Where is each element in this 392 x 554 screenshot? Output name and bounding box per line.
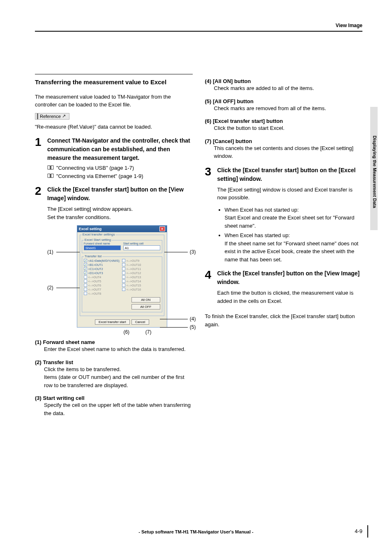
right-column: (4) [All ON] buttonCheck marks are added… [205,74,363,423]
transfer-list-group: Transfer list ✓<A1>Date(M/D/Y,H/M/S)<-->… [82,256,162,312]
checkbox-icon [122,271,125,275]
transfer-item[interactable]: ✓<D1>OUT3 [84,271,122,275]
checkbox-icon: ✓ [84,267,87,270]
page-bar [367,525,368,538]
checkbox-icon [122,288,125,291]
callout-line [56,288,80,288]
step-1-title: Connect TM-Navigator and the controller,… [47,136,193,162]
transfer-item[interactable]: <-->OUT8 [84,291,122,295]
definition-item: (4) [All ON] buttonCheck marks are added… [205,78,363,92]
transfer-item[interactable]: <-->OUT6 [84,283,122,287]
definition-desc: Check marks are added to all of the item… [214,84,363,92]
footer-text: - Setup software TM-H1 TM-Navigator User… [0,529,392,534]
transfer-item[interactable]: <-->OUT16 [122,287,160,291]
definition-desc: This cancels the set contents and closes… [214,144,363,160]
step-4: 4 Click the [Excel transfer] button on t… [205,269,363,286]
step-3-title: Click the [Excel transfer start] button … [217,166,363,183]
transfer-item[interactable]: ✓<B1>OUT1 [84,263,122,267]
excel-transfer-start-button[interactable]: Excel transfer start [95,319,130,325]
header-link[interactable]: View Image [336,23,362,28]
callout-6: (6) [92,329,129,335]
callouts-below: (6) (7) [51,329,193,335]
checkbox-icon: ✓ [84,263,87,266]
transfer-item[interactable]: <-->OUT13 [122,275,160,279]
step-3: 3 Click the [Excel transfer start] butto… [205,166,363,183]
callout-line [160,319,188,319]
step-number: 4 [205,269,217,286]
book-icon [47,165,54,171]
step-3-text: The [Excel setting] window is closed and… [217,186,363,202]
start-cell-input[interactable]: A1 [123,245,160,250]
checkbox-icon [122,259,125,262]
step-number: 3 [205,166,217,183]
reference-box: Reference↗ [35,113,193,120]
definition-desc: Click the button to start Excel. [214,124,363,132]
checkbox-icon [122,263,125,266]
close-icon[interactable]: × [159,226,165,231]
definition-label: (6) [Excel transfer start] button [205,118,363,124]
definition-item: (2) Transfer listClick the items to be t… [35,359,193,390]
side-label: Displaying the Measurement Data [372,136,377,208]
definition-desc: Specify the cell on the upper left of th… [44,401,193,417]
transfer-checklist: ✓<A1>Date(M/D/Y,H/M/S)<-->OUT9✓<B1>OUT1<… [84,259,160,295]
transfer-item[interactable]: <-->OUT4 [84,275,122,279]
callout-2: (2) [47,285,53,291]
callout-1: (1) [47,249,53,255]
reference-label: Reference↗ [35,113,69,120]
transfer-item[interactable]: ✓<C1>OUT2 [84,267,122,271]
step-2-line1: The [Excel setting] window appears. [47,205,193,213]
definition-item: (7) [Cancel] buttonThis cancels the set … [205,138,363,160]
definition-desc: Enter the Excel sheet name to which the … [44,345,193,353]
checkbox-icon [84,279,87,283]
definition-label: (5) [All OFF] button [205,98,363,104]
all-on-button[interactable]: All ON [131,297,160,302]
forward-sheet-input[interactable]: Sheet1 [84,245,121,250]
definitions-left: (1) Forward sheet nameEnter the Excel sh… [35,339,193,417]
transfer-item[interactable]: <-->OUT10 [122,263,160,267]
section-rule [35,74,193,74]
callout-5: (5) [190,324,196,330]
callout-line [56,252,80,252]
callout-4: (4) [190,316,196,322]
section-title: Transferring the measurement value to Ex… [35,78,193,87]
step-1: 1 Connect TM-Navigator and the controlle… [35,136,193,162]
step-3-bullets: When Excel has not started up: Start Exc… [217,206,363,264]
transfer-item[interactable]: ✓<A1>Date(M/D/Y,H/M/S) [84,259,122,263]
definition-label: (4) [All ON] button [205,78,363,84]
group-label: Transfer list [84,254,103,258]
transfer-item[interactable]: <-->OUT5 [84,279,122,283]
definition-item: (6) [Excel transfer start] buttonClick t… [205,118,363,132]
group-label: Excel transfer settings [82,233,116,236]
checkbox-icon [84,292,87,295]
book-icon [47,173,54,180]
definition-item: (3) Start writing cellSpecify the cell o… [35,395,193,417]
excel-transfer-settings-group: Excel transfer settings Excel Start sett… [80,235,164,316]
checkbox-icon: ✓ [84,259,87,262]
dialog-titlebar: Excel setting × [77,226,167,232]
callout-3: (3) [190,249,196,255]
closing-text: To finish the Excel transfer, click the … [205,312,363,328]
cancel-button[interactable]: Cancel [131,319,149,325]
dialog-title: Excel setting [79,227,102,231]
forward-sheet-label: Forward sheet name [84,242,121,245]
step-4-title: Click the [Excel transfer] button on the… [217,269,363,286]
definition-item: (5) [All OFF] buttonCheck marks are remo… [205,98,363,113]
link-ethernet[interactable]: "Connecting via Ethernet" (page 1-9) [56,173,143,179]
definition-label: (1) Forward sheet name [35,339,193,345]
transfer-item[interactable]: <-->OUT7 [84,287,122,291]
callout-line [164,252,188,252]
link-usb[interactable]: "Connecting via USB" (page 1-7) [56,165,134,171]
transfer-item[interactable]: <-->OUT12 [122,271,160,275]
transfer-item[interactable]: <-->OUT14 [122,279,160,283]
intro-text: The measurement value loaded to TM-Navig… [35,93,193,109]
transfer-item[interactable]: <-->OUT9 [122,259,160,263]
transfer-item[interactable]: <-->OUT15 [122,283,160,287]
step-2-body: The [Excel setting] window appears. Set … [47,205,193,221]
step-2: 2 Click the [Excel transfer start] butto… [35,185,193,203]
group-label: Excel Start setting [84,238,112,242]
all-off-button[interactable]: All OFF [131,304,160,309]
excel-setting-dialog: Excel setting × Excel transfer settings … [77,225,167,328]
checkbox-icon [122,279,125,283]
definition-item: (1) Forward sheet nameEnter the Excel sh… [35,339,193,353]
transfer-item[interactable]: <-->OUT11 [122,267,160,271]
